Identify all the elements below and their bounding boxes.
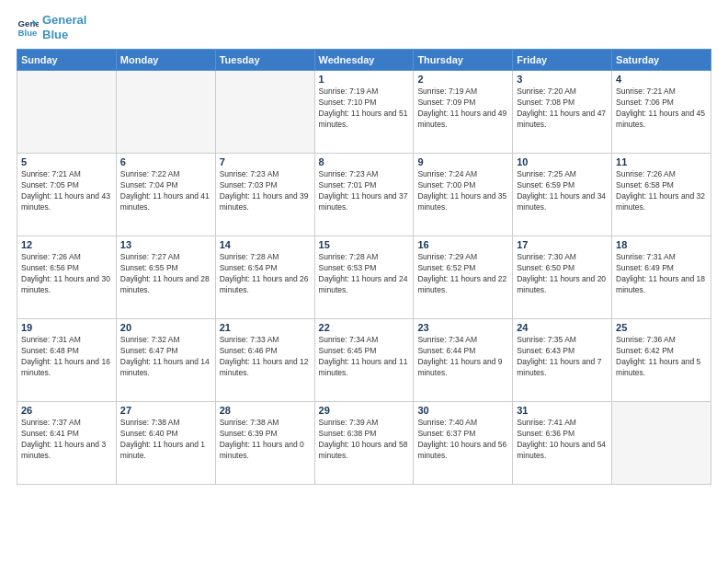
day-number: 11 [616, 156, 707, 167]
calendar-cell: 17Sunrise: 7:30 AMSunset: 6:50 PMDayligh… [513, 236, 612, 319]
header-sunday: Sunday [17, 50, 117, 71]
day-number: 29 [319, 405, 410, 416]
calendar-cell: 23Sunrise: 7:34 AMSunset: 6:44 PMDayligh… [414, 319, 513, 402]
day-number: 7 [220, 156, 311, 167]
day-number: 8 [319, 156, 410, 167]
calendar-cell [17, 71, 117, 154]
calendar-cell: 29Sunrise: 7:39 AMSunset: 6:38 PMDayligh… [314, 402, 414, 485]
day-number: 19 [21, 322, 112, 333]
header: General Blue GeneralBlue [17, 13, 711, 41]
day-detail: Sunrise: 7:31 AMSunset: 6:48 PMDaylight:… [21, 335, 112, 379]
calendar-cell: 12Sunrise: 7:26 AMSunset: 6:56 PMDayligh… [17, 236, 117, 319]
day-detail: Sunrise: 7:35 AMSunset: 6:43 PMDaylight:… [517, 335, 608, 379]
day-detail: Sunrise: 7:36 AMSunset: 6:42 PMDaylight:… [616, 335, 707, 379]
calendar-cell: 13Sunrise: 7:27 AMSunset: 6:55 PMDayligh… [116, 236, 215, 319]
day-detail: Sunrise: 7:34 AMSunset: 6:45 PMDaylight:… [319, 335, 410, 379]
day-number: 20 [120, 322, 211, 333]
day-detail: Sunrise: 7:41 AMSunset: 6:36 PMDaylight:… [517, 418, 608, 462]
day-number: 24 [517, 322, 608, 333]
calendar-cell: 28Sunrise: 7:38 AMSunset: 6:39 PMDayligh… [215, 402, 314, 485]
calendar-cell: 18Sunrise: 7:31 AMSunset: 6:49 PMDayligh… [612, 236, 711, 319]
week-row: 5Sunrise: 7:21 AMSunset: 7:05 PMDaylight… [17, 154, 711, 236]
day-detail: Sunrise: 7:38 AMSunset: 6:40 PMDaylight:… [120, 418, 211, 462]
calendar-cell: 19Sunrise: 7:31 AMSunset: 6:48 PMDayligh… [17, 319, 117, 402]
day-number: 13 [120, 239, 211, 250]
calendar-cell [116, 71, 215, 154]
calendar-cell: 21Sunrise: 7:33 AMSunset: 6:46 PMDayligh… [215, 319, 314, 402]
day-number: 5 [21, 156, 112, 167]
calendar-cell: 24Sunrise: 7:35 AMSunset: 6:43 PMDayligh… [513, 319, 612, 402]
day-number: 14 [220, 239, 311, 250]
calendar-cell: 22Sunrise: 7:34 AMSunset: 6:45 PMDayligh… [314, 319, 414, 402]
day-detail: Sunrise: 7:30 AMSunset: 6:50 PMDaylight:… [517, 252, 608, 296]
day-number: 17 [517, 239, 608, 250]
calendar-cell: 10Sunrise: 7:25 AMSunset: 6:59 PMDayligh… [513, 154, 612, 236]
day-number: 10 [517, 156, 608, 167]
calendar-cell: 26Sunrise: 7:37 AMSunset: 6:41 PMDayligh… [17, 402, 117, 485]
header-monday: Monday [116, 50, 215, 71]
day-number: 26 [21, 405, 112, 416]
day-number: 4 [616, 74, 707, 85]
calendar-cell: 5Sunrise: 7:21 AMSunset: 7:05 PMDaylight… [17, 154, 117, 236]
calendar-cell: 30Sunrise: 7:40 AMSunset: 6:37 PMDayligh… [414, 402, 513, 485]
day-detail: Sunrise: 7:38 AMSunset: 6:39 PMDaylight:… [220, 418, 311, 462]
day-detail: Sunrise: 7:29 AMSunset: 6:52 PMDaylight:… [417, 252, 508, 296]
day-number: 27 [120, 405, 211, 416]
week-row: 26Sunrise: 7:37 AMSunset: 6:41 PMDayligh… [17, 402, 711, 485]
calendar-cell: 3Sunrise: 7:20 AMSunset: 7:08 PMDaylight… [513, 71, 612, 154]
week-row: 1Sunrise: 7:19 AMSunset: 7:10 PMDaylight… [17, 71, 711, 154]
calendar-cell: 15Sunrise: 7:28 AMSunset: 6:53 PMDayligh… [314, 236, 414, 319]
day-number: 23 [417, 322, 508, 333]
day-number: 9 [417, 156, 508, 167]
day-detail: Sunrise: 7:31 AMSunset: 6:49 PMDaylight:… [616, 252, 707, 296]
week-row: 19Sunrise: 7:31 AMSunset: 6:48 PMDayligh… [17, 319, 711, 402]
header-friday: Friday [513, 50, 612, 71]
day-detail: Sunrise: 7:28 AMSunset: 6:54 PMDaylight:… [220, 252, 311, 296]
day-detail: Sunrise: 7:22 AMSunset: 7:04 PMDaylight:… [120, 169, 211, 213]
header-saturday: Saturday [612, 50, 711, 71]
day-detail: Sunrise: 7:20 AMSunset: 7:08 PMDaylight:… [517, 86, 608, 131]
day-number: 30 [417, 405, 508, 416]
calendar-cell: 27Sunrise: 7:38 AMSunset: 6:40 PMDayligh… [116, 402, 215, 485]
day-detail: Sunrise: 7:33 AMSunset: 6:46 PMDaylight:… [220, 335, 311, 379]
calendar: Sunday Monday Tuesday Wednesday Thursday… [17, 49, 711, 485]
calendar-cell: 2Sunrise: 7:19 AMSunset: 7:09 PMDaylight… [414, 71, 513, 154]
day-detail: Sunrise: 7:25 AMSunset: 6:59 PMDaylight:… [517, 169, 608, 213]
calendar-cell: 25Sunrise: 7:36 AMSunset: 6:42 PMDayligh… [612, 319, 711, 402]
svg-text:Blue: Blue [18, 27, 38, 37]
header-thursday: Thursday [414, 50, 513, 71]
header-wednesday: Wednesday [314, 50, 414, 71]
logo: General Blue GeneralBlue [17, 13, 86, 41]
day-number: 31 [517, 405, 608, 416]
calendar-cell: 6Sunrise: 7:22 AMSunset: 7:04 PMDaylight… [116, 154, 215, 236]
day-detail: Sunrise: 7:21 AMSunset: 7:05 PMDaylight:… [21, 169, 112, 213]
day-number: 18 [616, 239, 707, 250]
day-number: 28 [220, 405, 311, 416]
day-number: 21 [220, 322, 311, 333]
weekday-header-row: Sunday Monday Tuesday Wednesday Thursday… [17, 50, 711, 71]
day-detail: Sunrise: 7:32 AMSunset: 6:47 PMDaylight:… [120, 335, 211, 379]
calendar-cell: 8Sunrise: 7:23 AMSunset: 7:01 PMDaylight… [314, 154, 414, 236]
day-number: 6 [120, 156, 211, 167]
calendar-cell: 16Sunrise: 7:29 AMSunset: 6:52 PMDayligh… [414, 236, 513, 319]
day-number: 25 [616, 322, 707, 333]
calendar-cell [215, 71, 314, 154]
day-detail: Sunrise: 7:27 AMSunset: 6:55 PMDaylight:… [120, 252, 211, 296]
day-detail: Sunrise: 7:40 AMSunset: 6:37 PMDaylight:… [417, 418, 508, 462]
day-detail: Sunrise: 7:28 AMSunset: 6:53 PMDaylight:… [319, 252, 410, 296]
calendar-cell: 31Sunrise: 7:41 AMSunset: 6:36 PMDayligh… [513, 402, 612, 485]
calendar-cell [612, 402, 711, 485]
header-tuesday: Tuesday [215, 50, 314, 71]
page: General Blue GeneralBlue Sunday Monday T… [0, 0, 728, 563]
logo-text: GeneralBlue [42, 13, 86, 41]
day-detail: Sunrise: 7:34 AMSunset: 6:44 PMDaylight:… [417, 335, 508, 379]
logo-icon: General Blue [17, 17, 39, 39]
calendar-cell: 7Sunrise: 7:23 AMSunset: 7:03 PMDaylight… [215, 154, 314, 236]
day-detail: Sunrise: 7:24 AMSunset: 7:00 PMDaylight:… [417, 169, 508, 213]
day-detail: Sunrise: 7:19 AMSunset: 7:10 PMDaylight:… [319, 86, 410, 131]
calendar-cell: 9Sunrise: 7:24 AMSunset: 7:00 PMDaylight… [414, 154, 513, 236]
calendar-cell: 11Sunrise: 7:26 AMSunset: 6:58 PMDayligh… [612, 154, 711, 236]
day-number: 3 [517, 74, 608, 85]
calendar-cell: 4Sunrise: 7:21 AMSunset: 7:06 PMDaylight… [612, 71, 711, 154]
day-number: 15 [319, 239, 410, 250]
